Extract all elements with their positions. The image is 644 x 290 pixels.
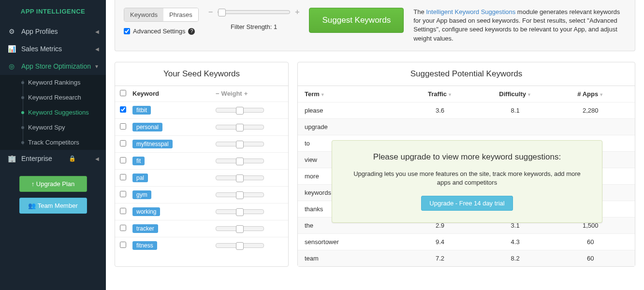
seed-checkbox[interactable] [120, 106, 126, 113]
overlay-title: Please upgrade to view more keyword sugg… [347, 152, 587, 162]
sugg-header: Term▼ Traffic▼ Difficulty▼ # Apps▼ [298, 86, 635, 102]
slider-thumb[interactable] [236, 225, 244, 233]
minus-icon[interactable]: − [216, 90, 220, 97]
keyword-tag[interactable]: gym [132, 190, 151, 199]
panel-title: Your Seed Keywords [115, 62, 288, 86]
slider-thumb[interactable] [236, 158, 244, 165]
nav-enterprise[interactable]: 🏢 Enterprise 🔒 ◀ [0, 150, 106, 167]
intelligent-suggestions-link[interactable]: Intelligent Keyword Suggestions [426, 8, 515, 15]
keyword-tag[interactable]: myfitnesspal [132, 140, 173, 148]
slider-thumb[interactable] [236, 191, 244, 199]
subnav-track-competitors[interactable]: Track Competitors [0, 135, 106, 150]
keyword-tag[interactable]: working [132, 207, 160, 216]
cell-traffic: 9.4 [402, 238, 478, 246]
gauge-icon: ⚙ [7, 28, 16, 35]
upgrade-cta-button[interactable]: Upgrade - Free 14 day trial [421, 196, 512, 211]
cell-difficulty: 4.3 [478, 238, 553, 246]
sort-icon[interactable]: ▼ [599, 92, 603, 97]
caret-left-icon: ◀ [95, 29, 99, 34]
weight-slider[interactable] [216, 159, 264, 163]
seed-checkbox[interactable] [120, 123, 126, 130]
cell-term: team [305, 255, 402, 262]
sugg-row: team7.28.260 [298, 250, 635, 266]
weight-slider[interactable] [216, 175, 264, 180]
top-panel: Keywords Phrases Advanced Settings ? − + [115, 0, 635, 51]
seed-row: fitbit [115, 102, 288, 118]
keyword-tag[interactable]: pal [132, 174, 148, 182]
seed-header: Keyword − Weight + [115, 86, 288, 102]
seed-checkbox[interactable] [120, 191, 126, 197]
slider-thumb[interactable] [236, 124, 244, 131]
panel-title: Suggested Potential Keywords [298, 62, 635, 86]
weight-slider[interactable] [216, 226, 264, 231]
toggle-keywords[interactable]: Keywords [124, 8, 163, 21]
subnav-keyword-research[interactable]: Keyword Research [0, 90, 106, 105]
seed-checkbox[interactable] [120, 208, 126, 214]
keyword-tag[interactable]: fitbit [132, 106, 151, 115]
slider-thumb[interactable] [236, 242, 244, 250]
weight-slider[interactable] [216, 125, 264, 130]
sugg-row: upgrade [298, 118, 635, 135]
subnav-keyword-rankings[interactable]: Keyword Rankings [0, 75, 106, 90]
subnav: Keyword Rankings Keyword Research Keywor… [0, 75, 106, 150]
seed-row: fitness [115, 237, 288, 254]
seed-row: gym [115, 186, 288, 203]
header-keyword: Keyword [132, 90, 216, 97]
seed-checkbox[interactable] [120, 225, 126, 231]
slider-thumb[interactable] [236, 174, 244, 182]
keyword-tag[interactable]: fit [132, 157, 145, 165]
subnav-keyword-spy[interactable]: Keyword Spy [0, 120, 106, 135]
nav-label: App Profiles [21, 28, 58, 35]
seed-checkbox[interactable] [120, 242, 126, 248]
keyword-tag[interactable]: fitness [132, 241, 157, 250]
select-all-checkbox[interactable] [120, 90, 126, 96]
advanced-settings-label: Advanced Settings [133, 28, 185, 35]
plus-icon[interactable]: + [295, 8, 299, 16]
subnav-keyword-suggestions[interactable]: Keyword Suggestions [0, 105, 106, 120]
seed-checkbox[interactable] [120, 174, 126, 180]
sort-icon[interactable]: ▼ [527, 92, 531, 97]
cell-difficulty: 8.2 [478, 255, 553, 262]
slider-thumb[interactable] [218, 9, 226, 16]
weight-slider[interactable] [216, 108, 264, 113]
seed-checkbox[interactable] [120, 157, 126, 163]
weight-slider[interactable] [216, 142, 264, 146]
brand-title: APP INTELLIGENCE [0, 0, 106, 23]
keyword-tag[interactable]: personal [132, 123, 162, 131]
filter-slider[interactable] [218, 10, 290, 14]
minus-icon[interactable]: − [208, 8, 213, 16]
plus-icon[interactable]: + [244, 90, 248, 97]
sort-icon[interactable]: ▼ [321, 92, 325, 97]
upload-icon: ↑ [31, 180, 35, 188]
lock-icon: 🔒 [69, 155, 76, 162]
seed-checkbox[interactable] [120, 140, 126, 146]
seed-row: working [115, 203, 288, 220]
advanced-settings-checkbox[interactable] [124, 28, 130, 34]
cell-apps: 60 [553, 238, 628, 246]
nav-app-profiles[interactable]: ⚙ App Profiles ◀ [0, 23, 106, 40]
weight-slider[interactable] [216, 209, 264, 214]
help-icon[interactable]: ? [188, 28, 195, 35]
suggest-keywords-button[interactable]: Suggest Keywords [309, 8, 404, 33]
module-description: The Intelligent Keyword Suggestions modu… [413, 8, 626, 43]
nav-label: Sales Metrics [21, 45, 62, 53]
weight-slider[interactable] [216, 192, 264, 197]
seed-keywords-panel: Your Seed Keywords Keyword − Weight + fi… [115, 62, 289, 267]
weight-slider[interactable] [216, 243, 264, 248]
team-member-button[interactable]: 👥 Team Member [19, 198, 87, 214]
upgrade-plan-button[interactable]: ↑ Upgrade Plan [19, 176, 87, 192]
sort-icon[interactable]: ▼ [448, 92, 452, 97]
sugg-row: please3.68.12,280 [298, 102, 635, 118]
slider-thumb[interactable] [236, 141, 244, 148]
header-weight: Weight [221, 90, 242, 97]
cell-difficulty: 8.1 [478, 107, 553, 114]
toggle-phrases[interactable]: Phrases [163, 8, 198, 21]
slider-thumb[interactable] [236, 208, 244, 216]
keyword-tag[interactable]: tracker [132, 224, 158, 233]
nav-sales-metrics[interactable]: 📊 Sales Metrics ◀ [0, 40, 106, 58]
slider-thumb[interactable] [236, 107, 244, 115]
cell-term: please [305, 107, 402, 114]
nav-aso[interactable]: ◎ App Store Optimization ▼ [0, 58, 106, 75]
seed-row: fit [115, 152, 288, 169]
button-label: Upgrade Plan [36, 180, 75, 188]
